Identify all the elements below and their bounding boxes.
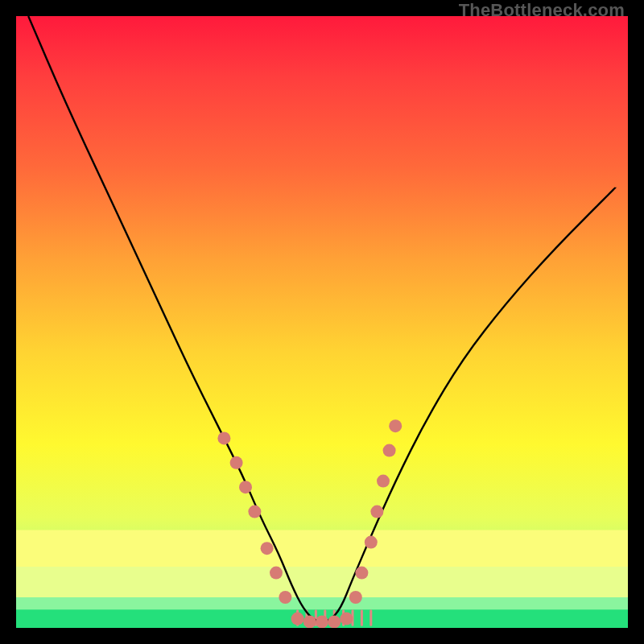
bottleneck-chart xyxy=(16,16,628,628)
marker-dot xyxy=(370,506,383,518)
band-yellow-band xyxy=(16,530,628,567)
marker-dot xyxy=(291,613,304,625)
marker-dot xyxy=(316,615,328,628)
marker-dot xyxy=(365,536,378,549)
chart-frame xyxy=(16,16,628,628)
marker-dot xyxy=(340,613,353,625)
marker-dot xyxy=(270,567,283,580)
marker-dot xyxy=(217,431,230,444)
watermark-text: TheBottleneck.com xyxy=(459,0,625,21)
marker-dot xyxy=(239,481,252,493)
marker-dot xyxy=(248,506,261,518)
band-pale-band xyxy=(16,567,628,597)
color-bands xyxy=(16,530,628,628)
marker-dot xyxy=(377,475,390,488)
marker-dot xyxy=(389,419,402,432)
marker-dot xyxy=(261,542,274,555)
marker-dot xyxy=(355,567,368,580)
band-mint-band xyxy=(16,597,628,609)
marker-dot xyxy=(328,615,341,628)
marker-dot xyxy=(279,591,291,604)
marker-dot xyxy=(230,456,243,469)
marker-dot xyxy=(383,444,396,457)
marker-dot xyxy=(303,615,316,628)
marker-dot xyxy=(349,591,362,604)
